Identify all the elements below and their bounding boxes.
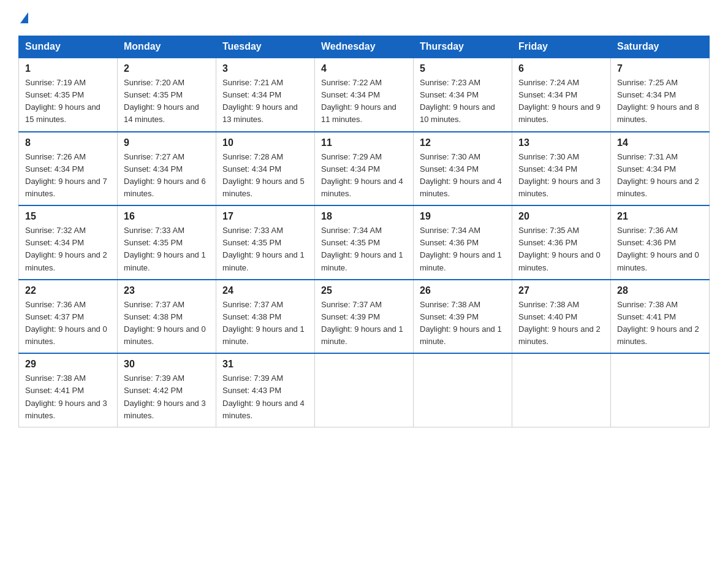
day-info: Sunrise: 7:32 AMSunset: 4:34 PMDaylight:… <box>25 224 111 274</box>
calendar-cell: 17Sunrise: 7:33 AMSunset: 4:35 PMDayligh… <box>216 205 315 280</box>
day-info: Sunrise: 7:38 AMSunset: 4:40 PMDaylight:… <box>518 299 604 348</box>
calendar-cell: 5Sunrise: 7:23 AMSunset: 4:34 PMDaylight… <box>414 58 512 132</box>
day-number: 28 <box>617 285 703 296</box>
day-number: 29 <box>25 359 111 370</box>
calendar-week-row: 29Sunrise: 7:38 AMSunset: 4:41 PMDayligh… <box>19 353 710 427</box>
logo <box>18 12 28 23</box>
day-number: 14 <box>617 137 703 148</box>
day-number: 9 <box>124 137 210 148</box>
calendar-cell: 11Sunrise: 7:29 AMSunset: 4:34 PMDayligh… <box>315 132 414 206</box>
calendar-cell: 29Sunrise: 7:38 AMSunset: 4:41 PMDayligh… <box>19 353 118 427</box>
day-number: 10 <box>222 137 308 148</box>
calendar-cell: 26Sunrise: 7:38 AMSunset: 4:39 PMDayligh… <box>414 280 512 354</box>
calendar-cell: 25Sunrise: 7:37 AMSunset: 4:39 PMDayligh… <box>315 280 414 354</box>
day-info: Sunrise: 7:22 AMSunset: 4:34 PMDaylight:… <box>321 77 407 126</box>
calendar-cell: 21Sunrise: 7:36 AMSunset: 4:36 PMDayligh… <box>611 205 710 280</box>
day-number: 24 <box>222 285 308 296</box>
day-info: Sunrise: 7:37 AMSunset: 4:39 PMDaylight:… <box>321 299 407 348</box>
day-info: Sunrise: 7:27 AMSunset: 4:34 PMDaylight:… <box>124 151 210 201</box>
day-number: 18 <box>321 211 407 222</box>
calendar-cell: 22Sunrise: 7:36 AMSunset: 4:37 PMDayligh… <box>19 280 118 354</box>
calendar-cell: 20Sunrise: 7:35 AMSunset: 4:36 PMDayligh… <box>512 205 611 280</box>
calendar-cell: 16Sunrise: 7:33 AMSunset: 4:35 PMDayligh… <box>118 205 216 280</box>
day-info: Sunrise: 7:29 AMSunset: 4:34 PMDaylight:… <box>321 151 407 201</box>
day-number: 1 <box>25 63 111 74</box>
day-number: 30 <box>124 359 210 370</box>
day-number: 22 <box>25 285 111 296</box>
day-info: Sunrise: 7:34 AMSunset: 4:36 PMDaylight:… <box>420 224 506 274</box>
day-info: Sunrise: 7:39 AMSunset: 4:42 PMDaylight:… <box>124 372 210 422</box>
calendar-cell: 4Sunrise: 7:22 AMSunset: 4:34 PMDaylight… <box>315 58 414 132</box>
calendar-cell: 19Sunrise: 7:34 AMSunset: 4:36 PMDayligh… <box>414 205 512 280</box>
day-number: 20 <box>518 211 604 222</box>
day-info: Sunrise: 7:26 AMSunset: 4:34 PMDaylight:… <box>25 151 111 201</box>
column-header-wednesday: Wednesday <box>315 36 414 58</box>
day-info: Sunrise: 7:34 AMSunset: 4:35 PMDaylight:… <box>321 224 407 274</box>
day-info: Sunrise: 7:38 AMSunset: 4:41 PMDaylight:… <box>617 299 703 348</box>
day-number: 19 <box>420 211 506 222</box>
calendar-week-row: 15Sunrise: 7:32 AMSunset: 4:34 PMDayligh… <box>19 205 710 280</box>
day-info: Sunrise: 7:35 AMSunset: 4:36 PMDaylight:… <box>518 224 604 274</box>
day-info: Sunrise: 7:38 AMSunset: 4:41 PMDaylight:… <box>25 372 111 422</box>
day-number: 2 <box>124 63 210 74</box>
calendar-cell: 1Sunrise: 7:19 AMSunset: 4:35 PMDaylight… <box>19 58 118 132</box>
day-info: Sunrise: 7:30 AMSunset: 4:34 PMDaylight:… <box>420 151 506 201</box>
calendar-cell: 31Sunrise: 7:39 AMSunset: 4:43 PMDayligh… <box>216 353 315 427</box>
calendar-cell: 2Sunrise: 7:20 AMSunset: 4:35 PMDaylight… <box>118 58 216 132</box>
day-info: Sunrise: 7:28 AMSunset: 4:34 PMDaylight:… <box>222 151 308 201</box>
day-number: 13 <box>518 137 604 148</box>
day-number: 26 <box>420 285 506 296</box>
page-header <box>18 12 710 23</box>
day-number: 23 <box>124 285 210 296</box>
day-info: Sunrise: 7:33 AMSunset: 4:35 PMDaylight:… <box>124 224 210 274</box>
day-info: Sunrise: 7:39 AMSunset: 4:43 PMDaylight:… <box>222 372 308 422</box>
day-info: Sunrise: 7:33 AMSunset: 4:35 PMDaylight:… <box>222 224 308 274</box>
calendar-cell: 7Sunrise: 7:25 AMSunset: 4:34 PMDaylight… <box>611 58 710 132</box>
calendar-cell <box>512 353 611 427</box>
calendar-cell: 23Sunrise: 7:37 AMSunset: 4:38 PMDayligh… <box>118 280 216 354</box>
calendar-cell <box>414 353 512 427</box>
calendar-cell: 10Sunrise: 7:28 AMSunset: 4:34 PMDayligh… <box>216 132 315 206</box>
calendar-cell: 12Sunrise: 7:30 AMSunset: 4:34 PMDayligh… <box>414 132 512 206</box>
column-header-saturday: Saturday <box>611 36 710 58</box>
day-number: 11 <box>321 137 407 148</box>
calendar-week-row: 8Sunrise: 7:26 AMSunset: 4:34 PMDaylight… <box>19 132 710 206</box>
day-number: 7 <box>617 63 703 74</box>
calendar-header-row: SundayMondayTuesdayWednesdayThursdayFrid… <box>19 36 710 58</box>
day-info: Sunrise: 7:30 AMSunset: 4:34 PMDaylight:… <box>518 151 604 201</box>
day-number: 8 <box>25 137 111 148</box>
column-header-sunday: Sunday <box>19 36 118 58</box>
day-info: Sunrise: 7:25 AMSunset: 4:34 PMDaylight:… <box>617 77 703 126</box>
calendar-cell: 30Sunrise: 7:39 AMSunset: 4:42 PMDayligh… <box>118 353 216 427</box>
day-info: Sunrise: 7:23 AMSunset: 4:34 PMDaylight:… <box>420 77 506 126</box>
day-info: Sunrise: 7:20 AMSunset: 4:35 PMDaylight:… <box>124 77 210 126</box>
calendar-cell: 9Sunrise: 7:27 AMSunset: 4:34 PMDaylight… <box>118 132 216 206</box>
column-header-friday: Friday <box>512 36 611 58</box>
day-number: 15 <box>25 211 111 222</box>
column-header-thursday: Thursday <box>414 36 512 58</box>
column-header-monday: Monday <box>118 36 216 58</box>
day-info: Sunrise: 7:37 AMSunset: 4:38 PMDaylight:… <box>124 299 210 348</box>
day-number: 17 <box>222 211 308 222</box>
day-number: 25 <box>321 285 407 296</box>
calendar-table: SundayMondayTuesdayWednesdayThursdayFrid… <box>18 36 710 427</box>
day-info: Sunrise: 7:31 AMSunset: 4:34 PMDaylight:… <box>617 151 703 201</box>
day-number: 21 <box>617 211 703 222</box>
day-info: Sunrise: 7:36 AMSunset: 4:36 PMDaylight:… <box>617 224 703 274</box>
day-number: 31 <box>222 359 308 370</box>
calendar-cell: 14Sunrise: 7:31 AMSunset: 4:34 PMDayligh… <box>611 132 710 206</box>
day-number: 27 <box>518 285 604 296</box>
calendar-cell: 15Sunrise: 7:32 AMSunset: 4:34 PMDayligh… <box>19 205 118 280</box>
calendar-week-row: 22Sunrise: 7:36 AMSunset: 4:37 PMDayligh… <box>19 280 710 354</box>
calendar-cell <box>611 353 710 427</box>
calendar-week-row: 1Sunrise: 7:19 AMSunset: 4:35 PMDaylight… <box>19 58 710 132</box>
calendar-cell: 6Sunrise: 7:24 AMSunset: 4:34 PMDaylight… <box>512 58 611 132</box>
day-number: 16 <box>124 211 210 222</box>
calendar-cell: 27Sunrise: 7:38 AMSunset: 4:40 PMDayligh… <box>512 280 611 354</box>
calendar-cell: 28Sunrise: 7:38 AMSunset: 4:41 PMDayligh… <box>611 280 710 354</box>
calendar-cell <box>315 353 414 427</box>
calendar-cell: 18Sunrise: 7:34 AMSunset: 4:35 PMDayligh… <box>315 205 414 280</box>
day-number: 5 <box>420 63 506 74</box>
day-number: 4 <box>321 63 407 74</box>
day-info: Sunrise: 7:21 AMSunset: 4:34 PMDaylight:… <box>222 77 308 126</box>
